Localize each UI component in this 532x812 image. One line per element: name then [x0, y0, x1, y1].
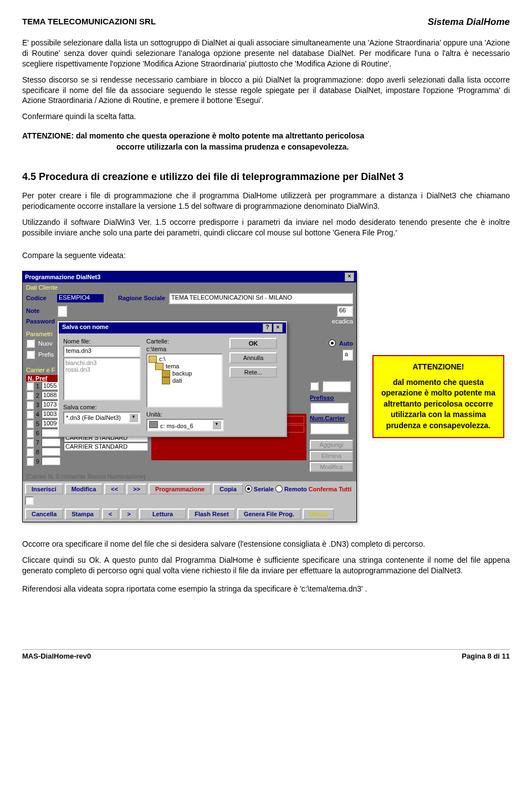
- file-listbox[interactable]: bianchi.dn3 rossi.dn3: [63, 357, 141, 400]
- modifica-button[interactable]: Modifica: [65, 484, 103, 495]
- warning-box: ATTENZIONE! dal momento che questa opera…: [372, 355, 504, 438]
- carrier-disabled-note: [Carrier N. 0 consente Blocco Numerazion…: [26, 473, 353, 480]
- dialog-titlebar[interactable]: Salva con nome ?×: [59, 322, 286, 333]
- checkbox-nuov[interactable]: [26, 339, 35, 348]
- ok-button[interactable]: OK: [229, 338, 277, 349]
- chk-pref-8[interactable]: [26, 448, 34, 456]
- page-header: TEMA TELECOMUNICAZIONI SRL Sistema DialH…: [22, 17, 510, 28]
- label-codice: Codice: [26, 295, 54, 301]
- label-nuov: Nuov: [38, 340, 53, 347]
- disk-icon: [149, 421, 158, 428]
- footer-right: Pagina 8 di 11: [462, 652, 510, 660]
- checkbox-prefis[interactable]: [26, 350, 35, 359]
- annulla-button[interactable]: Annulla: [229, 352, 277, 363]
- field-codice[interactable]: ESEMPIO4: [57, 294, 104, 302]
- label-note: Note: [26, 307, 54, 314]
- bottom-toolbar: Inserisci Modifica << >> Programmazione …: [23, 481, 356, 522]
- genera-file-button[interactable]: Genera File Prog.: [237, 508, 301, 520]
- label-npref: N. Pref: [26, 375, 60, 382]
- paragraph-3: Confermare quindi la scelta fatta.: [22, 111, 510, 122]
- inserisci-button[interactable]: Inserisci: [25, 484, 63, 495]
- save-dialog: Salva con nome ?× Nome file: tema.dn3 bi…: [58, 321, 287, 437]
- label-salvacome: Salva come:: [63, 404, 141, 410]
- attention-line1: ATTENZIONE: dal momento che questa opera…: [22, 131, 510, 142]
- field-ragione[interactable]: TEMA TELECOMUNICAZIONI Srl - MILANO: [168, 292, 353, 304]
- folder-icon: [149, 356, 157, 363]
- chevron-down-icon[interactable]: ▼: [212, 420, 221, 429]
- chk-prefisso-side[interactable]: [310, 382, 319, 390]
- gt-button[interactable]: >: [120, 508, 137, 520]
- drive-combo[interactable]: c: ms-dos_6▼: [146, 419, 224, 431]
- label-numcarrier: Num.Carrier: [310, 415, 353, 422]
- footer-left: MAS-DialHome-rev0: [22, 652, 91, 660]
- aggiungi-button[interactable]: Aggiungi: [310, 440, 353, 450]
- pref-8[interactable]: [42, 448, 60, 456]
- app-title: Programmazione DialNet3: [25, 274, 100, 280]
- lt-button[interactable]: <: [102, 508, 119, 520]
- chk-pref-1[interactable]: [26, 382, 34, 390]
- current-path: c:\tema: [146, 346, 224, 352]
- label-nomefile: Nome file:: [63, 338, 141, 345]
- chevron-down-icon[interactable]: ▼: [129, 413, 138, 422]
- stampa-button[interactable]: Stampa: [65, 508, 100, 520]
- modifica-side-button[interactable]: Modifica: [310, 462, 353, 472]
- chk-conferma[interactable]: [25, 496, 34, 505]
- carrier-9[interactable]: CARRIER STANDARD: [64, 443, 148, 451]
- chk-pref-3[interactable]: [26, 400, 34, 409]
- cancella-button[interactable]: Cancella: [25, 508, 63, 520]
- pref-9[interactable]: [42, 457, 60, 465]
- chk-pref-2[interactable]: [26, 391, 34, 400]
- folder-icon: [162, 370, 170, 377]
- dialog-close-icon[interactable]: ×: [273, 323, 283, 332]
- paragraph-9: Riferendosi alla videata sopra riportata…: [22, 584, 510, 594]
- note-trunc[interactable]: [57, 305, 67, 317]
- paragraph-8: Cliccare quindi su Ok. A questo punto da…: [22, 555, 510, 576]
- close-icon[interactable]: ×: [345, 273, 354, 281]
- filter-combo[interactable]: *.dn3 (File DialNet3)▼: [63, 412, 141, 424]
- radio-seriale[interactable]: [245, 485, 252, 492]
- attention-block: ATTENZIONE: dal momento che questa opera…: [22, 131, 510, 152]
- folder-icon: [155, 363, 163, 370]
- label-prefis: Prefis: [38, 351, 54, 358]
- paragraph-7: Occorre ora specificare il nome del file…: [22, 539, 510, 549]
- pref-7[interactable]: [42, 438, 60, 446]
- flash-reset-button[interactable]: Flash Reset: [188, 508, 236, 520]
- header-right: Sistema DialHome: [428, 17, 510, 28]
- rete-button[interactable]: Rete...: [229, 367, 277, 378]
- prev-button[interactable]: <<: [104, 484, 125, 495]
- radio-remoto[interactable]: [275, 485, 283, 492]
- elimina-button[interactable]: Elimina: [310, 451, 353, 461]
- chk-pref-5[interactable]: [26, 419, 34, 428]
- chk-pref-4[interactable]: [26, 410, 34, 419]
- app-window: Programmazione DialNet3 × Dati Cliente C…: [22, 271, 357, 522]
- programmazione-button[interactable]: Programmazione: [149, 484, 211, 495]
- page-footer: MAS-DialHome-rev0 Pagina 8 di 11: [22, 649, 510, 660]
- client-section-title: Dati Cliente: [26, 284, 353, 291]
- label-ragione: Ragione Sociale: [118, 295, 165, 301]
- uscita-button[interactable]: Uscita: [303, 508, 334, 520]
- next-button[interactable]: >>: [126, 484, 147, 495]
- folder-listbox[interactable]: c:\ tema backup dati: [146, 353, 223, 408]
- warning-body: dal momento che questa operazione è molt…: [380, 377, 497, 431]
- copia-button[interactable]: Copia: [213, 484, 243, 495]
- chk-pref-6[interactable]: [26, 429, 34, 438]
- chk-pref-7[interactable]: [26, 438, 34, 447]
- warning-title: ATTENZIONE!: [380, 362, 497, 373]
- header-left: TEMA TELECOMUNICAZIONI SRL: [22, 17, 156, 28]
- lettura-button[interactable]: Lettura: [139, 508, 186, 520]
- field-trunc1[interactable]: 66: [336, 305, 353, 317]
- section-heading: 4.5 Procedura di creazione e utilizzo de…: [22, 171, 510, 183]
- app-titlebar[interactable]: Programmazione DialNet3 ×: [23, 271, 356, 282]
- field-a-trunc[interactable]: a: [342, 349, 353, 361]
- paragraph-6: Compare la seguente videata:: [22, 250, 510, 261]
- label-password: Password: [26, 318, 54, 325]
- field-trunc2: ecadica: [332, 318, 353, 325]
- paragraph-5: Utilizzando il software DialWin3 Ver. 1.…: [22, 217, 510, 238]
- filename-input[interactable]: tema.dn3: [63, 346, 141, 357]
- chk-pref-9[interactable]: [26, 457, 34, 466]
- label-cartelle: Cartelle:: [146, 338, 224, 345]
- help-icon[interactable]: ?: [263, 323, 272, 332]
- label-auto: Auto: [339, 340, 353, 347]
- radio-auto[interactable]: [329, 340, 336, 347]
- label-prefisso-side: Prefisso: [310, 394, 353, 401]
